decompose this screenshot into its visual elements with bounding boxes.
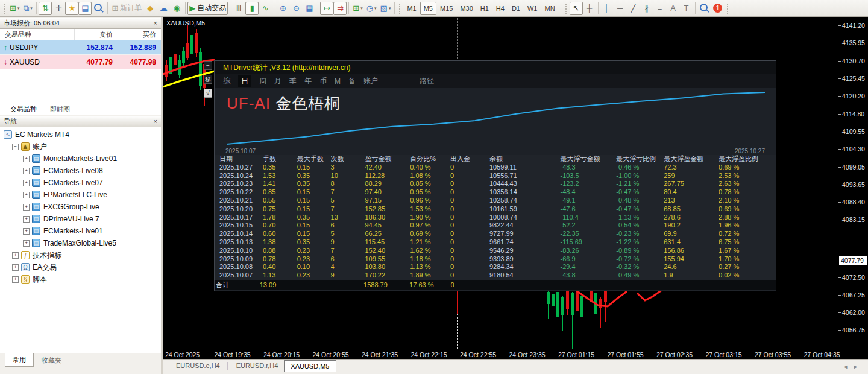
market-watch-tab[interactable]: 交易品种	[4, 103, 43, 115]
navigator-bottom-tab[interactable]: 常用	[5, 353, 34, 367]
market-watch-row-XAUUSD[interactable]: ↓XAUUSD4077.794077.98	[0, 55, 161, 69]
timeframe-MN-button[interactable]: MN	[541, 2, 558, 15]
tree-expander-icon[interactable]: +	[23, 240, 30, 247]
tree-expander-icon[interactable]: +	[23, 180, 30, 186]
nav-group-EA交易[interactable]: +ΩEA交易	[0, 261, 161, 273]
nav-account-ECMarkets-Live08[interactable]: +▤ECMarkets-Live08	[0, 165, 161, 177]
tree-expander-icon[interactable]: +	[23, 168, 30, 174]
market-watch-button[interactable]: ⇅	[39, 2, 52, 15]
nav-account-ECMarkets-Live07[interactable]: +▤ECMarkets-Live07	[0, 177, 161, 189]
stats-tab-月[interactable]: 月	[274, 76, 281, 86]
cursor-button[interactable]: ↖	[570, 2, 583, 15]
tree-expander-icon[interactable]: +	[12, 264, 19, 271]
strategy-tester-button[interactable]	[92, 2, 105, 15]
tab-scroll-arrows[interactable]: ◄►	[843, 364, 863, 370]
metaeditor-button[interactable]: ◆	[143, 2, 157, 15]
horizontal-line-button[interactable]: ─	[614, 2, 627, 15]
line-chart-button[interactable]: ∿	[259, 2, 272, 15]
tree-expander-icon[interactable]: +	[23, 216, 30, 223]
zoom-in-button[interactable]: ⊕	[276, 2, 289, 15]
indicators-button[interactable]: ⊞▾	[351, 2, 364, 15]
tree-expander-icon[interactable]: +	[23, 156, 30, 162]
timeframe-H4-button[interactable]: H4	[492, 2, 508, 15]
tree-expander-icon[interactable]: +	[12, 252, 19, 259]
vertical-line-button[interactable]: │	[600, 2, 614, 15]
tree-expander-icon[interactable]: +	[23, 204, 30, 211]
stats-window-title[interactable]: MTDriver统计 ,V3.12 (http://mtdriver.cn)	[215, 61, 776, 74]
stats-tab-币[interactable]: 币	[319, 76, 327, 86]
navigator-button[interactable]: ★	[65, 2, 78, 15]
chart-tab-EURUSD.r,H4[interactable]: EURUSD.r,H4	[230, 360, 285, 372]
auto-scroll-button[interactable]: ↦	[320, 2, 333, 15]
navigator-bottom-tab[interactable]: 收藏夹	[34, 353, 69, 367]
scroll-right-icon[interactable]: ►	[853, 364, 863, 370]
profiles-button[interactable]: ⧉▾	[21, 2, 34, 15]
tree-expander-icon[interactable]: +	[12, 276, 19, 283]
stats-tab-季[interactable]: 季	[289, 76, 297, 86]
timeframe-M5-button[interactable]: M5	[420, 2, 436, 15]
nav-account-MonetaMarkets-Live01[interactable]: +▤MonetaMarkets-Live01	[0, 153, 161, 165]
scroll-left-icon[interactable]: ◄	[843, 364, 853, 370]
periods-button[interactable]: ◷▾	[365, 2, 379, 15]
timeframe-H1-button[interactable]: H1	[477, 2, 492, 15]
zoom-out-button[interactable]: ⊖	[289, 2, 303, 15]
nav-account-DPrimeVU-Live-7[interactable]: +▤DPrimeVU-Live 7	[0, 213, 161, 225]
stats-tab-M[interactable]: M	[335, 77, 341, 86]
chart-tab-EURUSD.e,H4[interactable]: EURUSD.e,H4	[170, 360, 226, 372]
tile-windows-button[interactable]: ▦	[303, 2, 316, 15]
candlestick-chart-button[interactable]: ▮	[245, 2, 259, 15]
tree-expander-icon[interactable]: +	[23, 192, 30, 198]
chart-plot-area[interactable]: XAUUSD,M5 − 移 √ MTDriver统计 ,V3.12 (http:…	[163, 17, 838, 349]
equidistant-channel-button[interactable]: ∦	[640, 2, 653, 15]
trendline-button[interactable]: ╱	[627, 2, 640, 15]
timeframe-M1-button[interactable]: M1	[403, 2, 420, 15]
vertical-line-object[interactable]	[457, 291, 458, 314]
notifications-button[interactable]: 1	[711, 2, 725, 15]
new-chart-button[interactable]: ⊞▾	[8, 2, 21, 15]
stats-tab-年[interactable]: 年	[304, 76, 312, 86]
close-icon[interactable]: ×	[154, 118, 157, 125]
text-button[interactable]: A	[667, 2, 680, 15]
market-watch-row-USDJPY[interactable]: ↑USDJPY152.874152.889	[0, 40, 161, 55]
timeframe-D1-button[interactable]: D1	[508, 2, 524, 15]
new-order-button[interactable]: ⊞新订单	[110, 2, 143, 15]
timeframe-W1-button[interactable]: W1	[524, 2, 541, 15]
tree-expander-icon[interactable]: +	[23, 228, 30, 235]
stats-tab-账户[interactable]: 账户	[363, 76, 378, 86]
fibonacci-button[interactable]: ≡	[653, 2, 667, 15]
nav-account-TradeMaxGlobal-Live5[interactable]: +▤TradeMaxGlobal-Live5	[0, 237, 161, 249]
nav-account-FXCGGroup-Live[interactable]: +▤FXCGGroup-Live	[0, 201, 161, 213]
magnifier-button[interactable]	[697, 2, 711, 15]
bar-chart-button[interactable]: Ⅲ	[232, 2, 245, 15]
stats-tab-备[interactable]: 备	[348, 76, 356, 86]
crosshair-button[interactable]: ┼	[583, 2, 596, 15]
stats-tab-path[interactable]: 路径	[420, 76, 434, 86]
data-window-button[interactable]: ✛	[52, 2, 65, 15]
signals-button[interactable]: ◉	[170, 2, 183, 15]
close-icon[interactable]: ×	[154, 20, 157, 27]
text-label-button[interactable]: T	[680, 2, 693, 15]
price-axis[interactable]: 4077.79 4141.204135.954130.704125.454120…	[838, 17, 868, 349]
time-axis[interactable]: 24 Oct 202524 Oct 19:3524 Oct 20:1524 Oc…	[163, 349, 868, 359]
stats-tab-日[interactable]: 日	[238, 75, 251, 87]
stats-confirm-button[interactable]: √	[204, 89, 212, 98]
nav-accounts-group-账户[interactable]: −♟账户	[0, 141, 161, 153]
terminal-button[interactable]: ▤	[78, 2, 92, 15]
stats-tab-周[interactable]: 周	[259, 76, 266, 86]
stats-tab-综[interactable]: 综	[223, 76, 230, 86]
nav-account-ECMarkets-Live01[interactable]: +▤ECMarkets-Live01	[0, 225, 161, 237]
nav-account-FPMarketsLLC-Live[interactable]: +▤FPMarketsLLC-Live	[0, 189, 161, 201]
chart-shift-button[interactable]: ⇉	[333, 2, 347, 15]
chart-tab-XAUUSD,M5[interactable]: XAUUSD,M5	[284, 360, 336, 372]
market-watch-tab[interactable]: 即时图	[43, 103, 77, 116]
autotrading-button[interactable]: ▶自动交易	[187, 2, 228, 15]
nav-root-EC-Markets-MT4[interactable]: ∿EC Markets MT4	[0, 128, 161, 141]
stats-move-button[interactable]: 移	[204, 75, 212, 84]
timeframe-M30-button[interactable]: M30	[456, 2, 476, 15]
nav-group-技术指标[interactable]: +f技术指标	[0, 249, 161, 261]
mql-community-button[interactable]: ☁	[157, 2, 170, 15]
tree-expander-icon[interactable]: −	[12, 144, 19, 150]
templates-button[interactable]: ▧▾	[379, 2, 393, 15]
nav-group-脚本[interactable]: +§脚本	[0, 273, 161, 285]
timeframe-M15-button[interactable]: M15	[436, 2, 456, 15]
